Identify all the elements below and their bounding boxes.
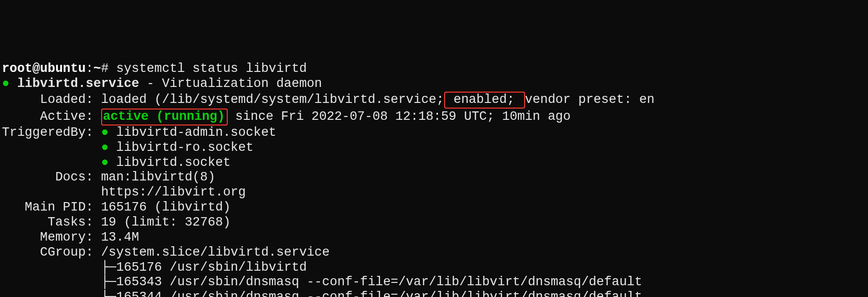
triggeredby-line-1: TriggeredBy: ● libvirtd-admin.socket	[2, 125, 276, 140]
cgroup-pad	[2, 275, 101, 289]
loaded-post: vendor preset: en	[525, 93, 654, 107]
cgroup-proc-1-text: 165176 /usr/sbin/libvirtd	[116, 260, 307, 274]
tasks-label: Tasks:	[2, 215, 101, 229]
socket-dot-icon: ●	[101, 156, 109, 170]
docs-label: Docs:	[2, 170, 101, 184]
prompt-line: root@ubuntu:~# systemctl status libvirtd	[2, 62, 307, 76]
docs-value-2: https://libvirt.org	[101, 185, 246, 199]
loaded-label: Loaded:	[2, 93, 101, 107]
triggered-pad	[2, 156, 101, 170]
service-dash: -	[139, 77, 162, 91]
tree-branch-icon: ├─	[101, 260, 116, 274]
cgroup-label: CGroup:	[2, 245, 101, 259]
tasks-line: Tasks: 19 (limit: 32768)	[2, 215, 231, 229]
status-dot-icon: ●	[2, 77, 9, 91]
loaded-pre: loaded (/lib/systemd/system/libvirtd.ser…	[101, 93, 444, 107]
mainpid-value: 165176 (libvirtd)	[101, 200, 231, 214]
cgroup-proc-2-text: 165343 /usr/sbin/dnsmasq --conf-file=/va…	[116, 275, 642, 289]
prompt-colon: :	[86, 62, 93, 76]
active-label: Active:	[2, 109, 101, 124]
prompt-path: ~	[93, 62, 101, 76]
terminal-output: root@ubuntu:~# systemctl status libvirtd…	[2, 62, 866, 297]
enabled-text: enabled;	[446, 93, 522, 107]
cgroup-proc-2: ├─165343 /usr/sbin/dnsmasq --conf-file=/…	[2, 275, 642, 289]
active-status: active (running)	[103, 109, 225, 124]
cgroup-proc-1: ├─165176 /usr/sbin/libvirtd	[2, 260, 307, 274]
prompt-user: root	[2, 62, 32, 76]
mainpid-label: Main PID:	[2, 200, 101, 214]
memory-line: Memory: 13.4M	[2, 230, 139, 244]
socket-dot-icon: ●	[101, 125, 109, 140]
cgroup-line: CGroup: /system.slice/libvirtd.service	[2, 245, 330, 259]
triggered-socket-2: libvirtd-ro.socket	[109, 141, 254, 155]
service-header-line: ● libvirtd.service - Virtualization daem…	[2, 77, 322, 91]
triggeredby-line-3: ● libvirtd.socket	[2, 156, 231, 170]
docs-value-1: man:libvirtd(8)	[101, 170, 215, 184]
memory-label: Memory:	[2, 230, 101, 244]
prompt-hash: #	[101, 62, 116, 76]
socket-dot-icon: ●	[101, 141, 109, 155]
command-text: systemctl status libvirtd	[116, 62, 307, 76]
mainpid-line: Main PID: 165176 (libvirtd)	[2, 200, 231, 214]
cgroup-pad	[2, 260, 101, 274]
triggered-socket-1: libvirtd-admin.socket	[109, 125, 276, 140]
cgroup-proc-3: └─165344 /usr/sbin/dnsmasq --conf-file=/…	[2, 290, 642, 297]
service-description: Virtualization daemon	[162, 77, 322, 91]
cgroup-path: /system.slice/libvirtd.service	[101, 245, 330, 259]
memory-value: 13.4M	[101, 230, 139, 244]
tree-branch-icon: ├─	[101, 275, 116, 289]
triggeredby-label: TriggeredBy:	[2, 125, 101, 140]
docs-line-2: https://libvirt.org	[2, 185, 246, 199]
triggered-socket-3: libvirtd.socket	[109, 156, 231, 170]
prompt-host: ubuntu	[40, 62, 86, 76]
active-line: Active: active (running) since Fri 2022-…	[2, 109, 571, 124]
cgroup-pad	[2, 290, 101, 297]
triggeredby-line-2: ● libvirtd-ro.socket	[2, 141, 254, 155]
active-since: since Fri 2022-07-08 12:18:59 UTC; 10min…	[228, 109, 571, 124]
tree-end-icon: └─	[101, 290, 116, 297]
prompt-at: @	[32, 62, 40, 76]
triggered-pad	[2, 141, 101, 155]
docs-pad	[2, 185, 101, 199]
active-highlight: active (running)	[101, 109, 228, 125]
enabled-highlight: enabled;	[444, 92, 525, 109]
docs-line-1: Docs: man:libvirtd(8)	[2, 170, 215, 184]
tasks-value: 19 (limit: 32768)	[101, 215, 231, 229]
loaded-line: Loaded: loaded (/lib/systemd/system/libv…	[2, 93, 654, 107]
cgroup-proc-3-text: 165344 /usr/sbin/dnsmasq --conf-file=/va…	[116, 290, 642, 297]
service-name: libvirtd.service	[17, 77, 139, 91]
